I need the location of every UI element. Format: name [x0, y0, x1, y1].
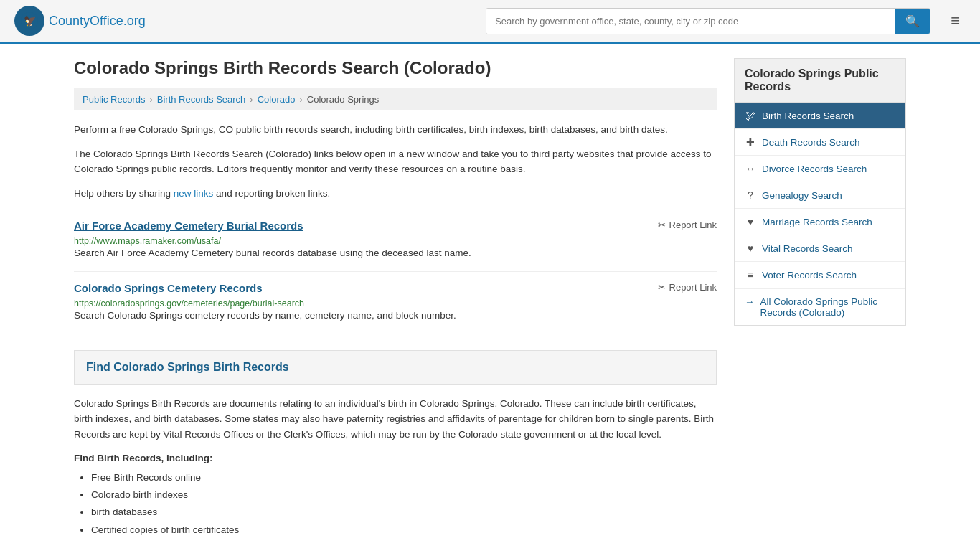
- breadcrumb-sep-2: ›: [250, 94, 253, 105]
- birth-records-icon: 🕊: [745, 110, 756, 121]
- sidebar-item-vital-records[interactable]: ♥ Vital Records Search: [735, 235, 905, 262]
- sidebar: Colorado Springs Public Records 🕊 Birth …: [734, 58, 906, 539]
- breadcrumb-sep-3: ›: [299, 94, 302, 105]
- voter-records-icon: ≡: [745, 269, 756, 281]
- report-link-2[interactable]: ✂ Report Link: [658, 282, 717, 293]
- intro-para1: Perform a free Colorado Springs, CO publ…: [74, 122, 717, 138]
- breadcrumb-public-records[interactable]: Public Records: [83, 94, 145, 105]
- records-list: Air Force Academy Cemetery Burial Record…: [74, 209, 717, 333]
- breadcrumb-sep-1: ›: [149, 94, 152, 105]
- genealogy-icon: ?: [745, 189, 756, 201]
- sidebar-item-marriage-records[interactable]: ♥ Marriage Records Search: [735, 209, 905, 235]
- death-records-icon: ✚: [745, 136, 756, 148]
- all-link-arrow: →: [745, 296, 755, 307]
- sidebar-item-genealogy[interactable]: ? Genealogy Search: [735, 182, 905, 209]
- record-desc-2: Search Colorado Springs cemetery records…: [74, 309, 717, 323]
- sidebar-item-label: Birth Records Search: [762, 110, 854, 121]
- find-desc: Colorado Springs Birth Records are docum…: [74, 396, 717, 443]
- page-title: Colorado Springs Birth Records Search (C…: [74, 58, 717, 78]
- find-section-heading: Find Colorado Springs Birth Records: [86, 361, 705, 374]
- record-title-1[interactable]: Air Force Academy Cemetery Burial Record…: [74, 220, 303, 232]
- all-link-label: All Colorado Springs Public Records (Col…: [760, 296, 896, 318]
- main-content: Colorado Springs Birth Records Search (C…: [74, 58, 717, 539]
- search-icon: 🔍: [905, 15, 920, 27]
- record-url-1[interactable]: http://www.maps.ramaker.com/usafa/: [74, 236, 221, 246]
- breadcrumb: Public Records › Birth Records Search › …: [74, 88, 717, 110]
- menu-icon[interactable]: ≡: [945, 9, 966, 33]
- search-input[interactable]: [486, 9, 895, 34]
- record-item: Air Force Academy Cemetery Burial Record…: [74, 209, 717, 271]
- record-desc-1: Search Air Force Academy Cemetery burial…: [74, 246, 717, 260]
- sidebar-item-label: Death Records Search: [762, 137, 860, 148]
- sidebar-item-voter-records[interactable]: ≡ Voter Records Search: [735, 262, 905, 288]
- logo-text: CountyOffice.org: [49, 14, 146, 29]
- sidebar-item-birth-records[interactable]: 🕊 Birth Records Search: [735, 103, 905, 129]
- svg-text:🦅: 🦅: [24, 15, 37, 27]
- list-item: Certified copies of birth certificates: [91, 522, 717, 539]
- sidebar-nav: 🕊 Birth Records Search ✚ Death Records S…: [734, 102, 906, 326]
- sidebar-item-label: Vital Records Search: [762, 243, 853, 254]
- sidebar-item-label: Marriage Records Search: [762, 217, 872, 227]
- list-item: birth databases: [91, 504, 717, 521]
- intro-para2: The Colorado Springs Birth Records Searc…: [74, 146, 717, 177]
- breadcrumb-colorado-springs: Colorado Springs: [307, 94, 379, 105]
- record-item-2: Colorado Springs Cemetery Records ✂ Repo…: [74, 272, 717, 333]
- sidebar-item-label: Divorce Records Search: [762, 164, 867, 174]
- logo-icon: 🦅: [14, 6, 44, 36]
- report-icon-2: ✂: [658, 282, 666, 293]
- vital-records-icon: ♥: [745, 242, 756, 254]
- record-title-2[interactable]: Colorado Springs Cemetery Records: [74, 282, 263, 294]
- divorce-records-icon: ↔: [745, 163, 756, 174]
- sidebar-all-link[interactable]: → All Colorado Springs Public Records (C…: [735, 288, 905, 325]
- hamburger-icon: ≡: [951, 11, 960, 29]
- new-links-link[interactable]: new links: [174, 188, 214, 199]
- list-item: Colorado birth indexes: [91, 486, 717, 504]
- breadcrumb-birth-records-search[interactable]: Birth Records Search: [157, 94, 246, 105]
- report-link-1[interactable]: ✂ Report Link: [658, 220, 717, 230]
- find-list: Free Birth Records online Colorado birth…: [74, 469, 717, 539]
- list-item: Free Birth Records online: [91, 469, 717, 486]
- logo[interactable]: 🦅 CountyOffice.org: [14, 6, 146, 36]
- find-list-title: Find Birth Records, including:: [74, 453, 717, 463]
- find-section: Find Colorado Springs Birth Records: [74, 350, 717, 385]
- intro-para3: Help others by sharing new links and rep…: [74, 186, 717, 202]
- sidebar-item-death-records[interactable]: ✚ Death Records Search: [735, 129, 905, 156]
- sidebar-item-label: Voter Records Search: [762, 270, 857, 281]
- search-button[interactable]: 🔍: [895, 9, 930, 34]
- search-bar: 🔍: [486, 8, 930, 34]
- sidebar-item-divorce-records[interactable]: ↔ Divorce Records Search: [735, 156, 905, 182]
- record-url-2[interactable]: https://coloradosprings.gov/cemeteries/p…: [74, 298, 304, 309]
- breadcrumb-colorado[interactable]: Colorado: [258, 94, 296, 105]
- sidebar-item-label: Genealogy Search: [762, 190, 842, 201]
- sidebar-title: Colorado Springs Public Records: [734, 58, 906, 102]
- report-icon-1: ✂: [658, 220, 666, 230]
- marriage-records-icon: ♥: [745, 216, 756, 227]
